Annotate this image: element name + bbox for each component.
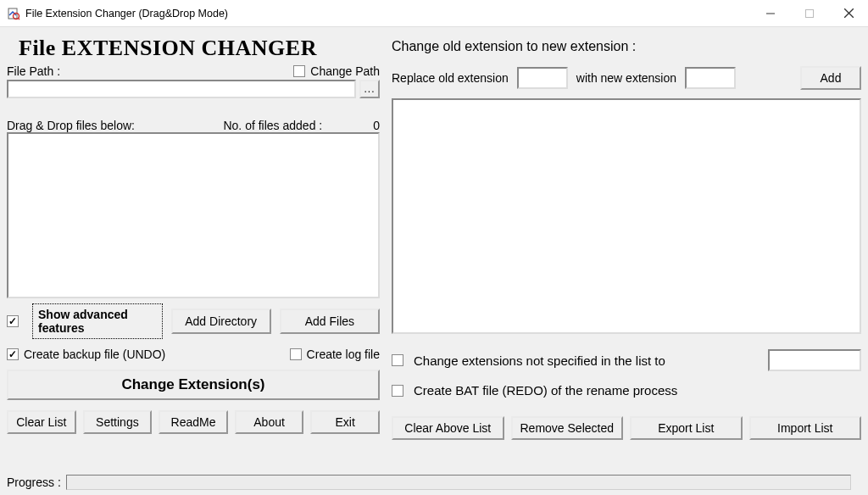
- clear-above-list-button[interactable]: Clear Above List: [392, 416, 504, 440]
- app-heading: File EXTENSION CHANGER: [19, 36, 380, 61]
- change-not-specified-checkbox[interactable]: [392, 354, 403, 366]
- add-files-button[interactable]: Add Files: [280, 309, 380, 334]
- show-advanced-label: Show advanced features: [32, 303, 163, 339]
- change-not-specified-label: Change extensions not specified in the l…: [414, 353, 665, 368]
- change-path-checkbox[interactable]: [293, 65, 305, 77]
- titlebar: File Extension Changer (Drag&Drop Mode): [0, 0, 868, 27]
- window-title: File Extension Changer (Drag&Drop Mode): [25, 8, 751, 19]
- svg-rect-4: [806, 9, 814, 17]
- file-path-label: File Path :: [7, 64, 60, 78]
- add-directory-button[interactable]: Add Directory: [171, 309, 271, 334]
- close-button[interactable]: [829, 0, 868, 26]
- mapping-listbox[interactable]: [392, 98, 861, 334]
- create-bat-checkbox[interactable]: [392, 385, 403, 397]
- fallback-extension-input[interactable]: [768, 349, 861, 371]
- create-bat-label: Create BAT file (REDO) of the rename pro…: [414, 383, 677, 398]
- files-count-value: 0: [373, 119, 380, 132]
- change-extensions-button[interactable]: Change Extension(s): [7, 370, 380, 400]
- maximize-button[interactable]: [790, 0, 829, 26]
- about-button[interactable]: About: [235, 410, 304, 434]
- export-list-button[interactable]: Export List: [630, 416, 743, 440]
- files-count-label: No. of files added :: [223, 119, 322, 132]
- window-controls: [751, 0, 868, 26]
- import-list-button[interactable]: Import List: [749, 416, 862, 440]
- client-area: File EXTENSION CHANGER File Path : Chang…: [0, 27, 868, 495]
- remove-selected-button[interactable]: Remove Selected: [511, 416, 624, 440]
- change-path-label: Change Path: [310, 64, 380, 78]
- right-heading: Change old extension to new extension :: [392, 39, 861, 54]
- create-backup-label: Create backup file (UNDO): [24, 348, 165, 361]
- create-log-label: Create log file: [307, 348, 380, 361]
- create-backup-checkbox[interactable]: [7, 348, 19, 360]
- new-extension-input[interactable]: [685, 67, 736, 89]
- with-new-label: with new extension: [576, 71, 676, 85]
- minimize-button[interactable]: [751, 0, 790, 26]
- settings-button[interactable]: Settings: [83, 410, 153, 434]
- create-log-checkbox[interactable]: [290, 348, 302, 360]
- files-listbox[interactable]: [7, 132, 380, 298]
- add-mapping-button[interactable]: Add: [800, 66, 861, 90]
- replace-old-label: Replace old extension: [392, 71, 509, 85]
- progress-bar: [66, 475, 851, 490]
- exit-button[interactable]: Exit: [310, 410, 380, 434]
- readme-button[interactable]: ReadMe: [159, 410, 228, 434]
- browse-button[interactable]: ...: [359, 80, 380, 98]
- app-icon: [7, 7, 20, 20]
- progress-label: Progress :: [7, 476, 61, 489]
- drag-drop-label: Drag & Drop files below:: [7, 119, 135, 132]
- svg-line-2: [18, 18, 19, 19]
- old-extension-input[interactable]: [517, 67, 568, 89]
- clear-list-button[interactable]: Clear List: [7, 410, 76, 434]
- file-path-input[interactable]: [7, 80, 356, 98]
- show-advanced-checkbox[interactable]: [7, 315, 19, 327]
